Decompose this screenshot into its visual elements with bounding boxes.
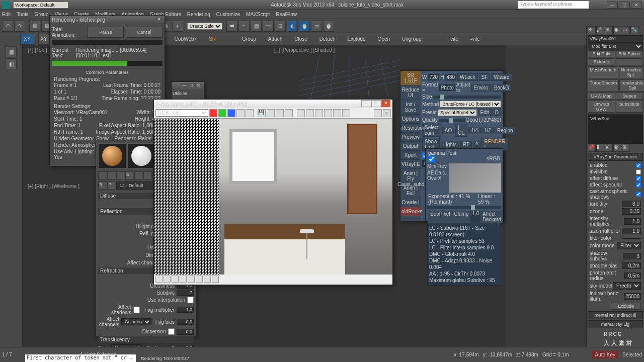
vfb-track-icon[interactable]	[297, 109, 305, 117]
rollout-vraysun[interactable]: VRaySun Parameters	[588, 153, 643, 161]
param-sizemult-spin[interactable]: 1,0	[622, 228, 641, 234]
mat-disp-check[interactable]	[168, 328, 175, 335]
vfb-close-icon[interactable]: ✕	[381, 100, 390, 107]
btn-plusvite[interactable]: +vite	[443, 35, 462, 43]
mirror-icon[interactable]: ⇄	[226, 21, 237, 32]
sr-enviro-btn[interactable]: Enviro	[471, 84, 491, 92]
maximize-button[interactable]: □	[619, 2, 630, 9]
sr-tab-oldrocks[interactable]: oldRocks	[400, 207, 421, 216]
mod-btn-blank[interactable]	[616, 58, 643, 65]
btn-explode[interactable]: Explode	[343, 35, 369, 43]
mat-put-icon[interactable]	[107, 171, 115, 179]
vfb-max-icon[interactable]: □	[371, 100, 380, 107]
mod-btn-editpoly[interactable]: Edit Poly	[588, 50, 615, 57]
mat-fogbias-spin[interactable]: 0,0	[177, 319, 194, 325]
vfb-rgb-icon[interactable]	[209, 109, 217, 117]
vfb-bot-icon-4[interactable]	[180, 276, 187, 283]
param-ozone-spin[interactable]: 0,35	[622, 208, 641, 215]
param-intmult-spin[interactable]: 1,0	[624, 218, 641, 225]
sr-miniprev-btn[interactable]: MiniPrev	[427, 162, 448, 170]
coord-z[interactable]: z: 7,498m	[516, 352, 538, 357]
modify-tab-icon[interactable]: 🖉	[596, 26, 604, 34]
sr-tab-preview[interactable]: Preview	[400, 133, 421, 142]
vfb-title[interactable]: V-Ray frame buffer - [100% of 720 x 480]…	[154, 100, 392, 108]
sr-wizard-btn[interactable]: Wizard	[491, 73, 512, 81]
material-slot-2[interactable]	[127, 143, 155, 168]
mat-trans-header[interactable]: Translucency	[98, 336, 194, 343]
autokey-button[interactable]: Auto Key	[592, 351, 618, 358]
sr-region-btn[interactable]: Region	[495, 127, 516, 134]
schematic-icon[interactable]: ⊡	[275, 21, 286, 32]
coord-y[interactable]: y: -13,6847m	[483, 352, 512, 357]
vfb-render-icon[interactable]: 🍵	[383, 109, 391, 117]
show-end-icon[interactable]: Ⅱ	[596, 144, 604, 152]
sr-width-field[interactable]: 720	[428, 74, 439, 80]
param-affdiff-check[interactable]	[636, 176, 641, 181]
sr-clamp-btn[interactable]: Clamp	[452, 211, 470, 223]
btn-minusvite[interactable]: -vite	[466, 35, 484, 43]
create-tab-icon[interactable]: ✦	[588, 26, 596, 34]
util-min-icon[interactable]: —	[181, 83, 188, 89]
sr-tab-vrayfe[interactable]: VRayFE	[400, 160, 421, 169]
btn-close[interactable]: Close	[290, 35, 311, 43]
mat-pick-icon[interactable]	[98, 171, 106, 179]
vfb-bot-icon-6[interactable]	[196, 276, 203, 283]
vfb-a-icon[interactable]	[236, 109, 245, 117]
vfb-copy-icon[interactable]	[285, 109, 293, 117]
param-affspec-check[interactable]	[636, 183, 641, 188]
selection-set-dropdown[interactable]: Create Selection Se...	[187, 23, 222, 30]
sr-quarter-btn[interactable]: 1/4	[468, 127, 480, 134]
remove-mod-icon[interactable]: 🗑	[613, 144, 621, 152]
btn-detach[interactable]: Detach	[315, 35, 340, 43]
undo-icon[interactable]: ↶	[2, 21, 13, 32]
vfb-render-area[interactable]	[154, 119, 392, 275]
sr-size-slider[interactable]	[433, 96, 501, 99]
help-search-input[interactable]: Type a keyword or phrase	[518, 1, 589, 9]
sr-half-btn[interactable]: 1/2	[481, 127, 494, 134]
sr-wlock-btn[interactable]: WLock	[457, 73, 478, 81]
sr-tab-reduce[interactable]: Reduce UI	[400, 85, 421, 100]
mod-btn-extrude[interactable]: Extrude	[588, 58, 615, 65]
param-shadowbias-spin[interactable]: 0,2m	[622, 262, 641, 269]
sr-affectbg-btn[interactable]: Affect Backgrd	[480, 211, 503, 223]
spinner-snap-icon[interactable]: ⟐	[172, 21, 183, 32]
render-frame-icon[interactable]: ▭	[311, 21, 322, 32]
vfb-bot-icon-8[interactable]	[212, 276, 219, 283]
param-indhoriz-spin[interactable]: 25000	[624, 293, 641, 300]
graphite-icon[interactable]: ▦	[6, 46, 17, 57]
modifier-stack[interactable]: VRaySun	[588, 114, 643, 144]
rollout-mr-indirect[interactable]: mental ray Indirect Ill	[588, 311, 643, 319]
xy-alt-icon[interactable]: XY	[38, 34, 49, 45]
display-tab-icon[interactable]: ▭	[622, 26, 630, 34]
sr-preset-select[interactable]: Special BruteForce	[438, 109, 477, 116]
hierarchy-tab-icon[interactable]: ⊞	[605, 26, 613, 34]
mat-goparent-icon[interactable]: ↰	[98, 182, 106, 190]
sr-subpixel-btn[interactable]: SubPixel	[428, 211, 452, 223]
sr-gamma-header[interactable]: gamma Post	[428, 150, 500, 156]
mat-fogmult-spin[interactable]: 1,0	[177, 307, 194, 313]
sr-rt-btn[interactable]: RT	[460, 141, 472, 148]
mat-copy-icon[interactable]	[143, 171, 151, 179]
sr-overx-btn[interactable]: OverX	[427, 175, 448, 181]
unique-icon[interactable]: ∀	[605, 144, 613, 152]
vfb-save-icon[interactable]: 💾	[258, 109, 266, 117]
mat-reset-icon[interactable]: ✕	[125, 171, 133, 179]
mat-affshadow-check[interactable]	[133, 307, 140, 313]
sr-lights-btn[interactable]: Lights	[441, 141, 459, 148]
minimize-button[interactable]: —	[607, 2, 618, 9]
vfb-srgb-icon[interactable]	[333, 109, 341, 117]
sr-sf-btn[interactable]: SF	[479, 73, 491, 81]
sr-calc-btn[interactable]: Calc..	[435, 170, 448, 175]
sr-ae-btn[interactable]: AE	[427, 170, 434, 175]
sr-method-select[interactable]: BruteForce / LC (biased BruteForce)	[440, 101, 501, 108]
link-icon[interactable]: ⛓	[29, 21, 40, 32]
menu-maxscript[interactable]: MAXScript	[246, 12, 270, 17]
sr-height-field[interactable]: 480	[445, 74, 456, 80]
util-max-icon[interactable]: □	[188, 83, 195, 89]
object-name-field[interactable]: VRaySun001	[588, 35, 643, 42]
mat-refraffch-sel[interactable]: Color only	[121, 318, 151, 325]
sr-clamp-spin[interactable]: 1,0	[470, 211, 480, 223]
workspace-dropdown[interactable]: Workspace: Default	[13, 2, 68, 9]
motion-tab-icon[interactable]: ◉	[613, 26, 621, 34]
sr-srgb-check[interactable]	[428, 156, 435, 162]
